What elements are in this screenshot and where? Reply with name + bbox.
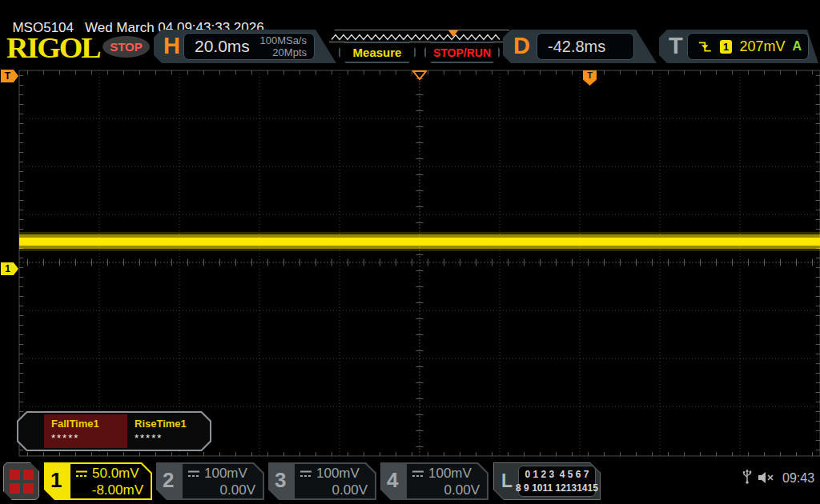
trigger-settings[interactable]: T 1 207mV A xyxy=(659,30,818,63)
dc-coupling-icon xyxy=(187,470,200,478)
delay-value: -42.8ms xyxy=(548,38,605,56)
trigger-source-badge: 1 xyxy=(720,40,733,54)
channel-scale: 100mV xyxy=(316,466,360,482)
channel-scale: 100mV xyxy=(428,466,472,482)
usb-icon xyxy=(742,469,753,485)
channel-offset: 0.00V xyxy=(187,482,258,498)
measure-button[interactable]: Measure xyxy=(339,42,416,63)
channel-1-status[interactable]: 50.0mV -8.00mV 1 xyxy=(44,462,152,500)
measurement-value: ***** xyxy=(51,432,127,444)
grid-square-icon xyxy=(10,470,20,480)
stop-run-button-label: STOP/RUN xyxy=(433,46,491,59)
measurement-risetime[interactable]: RiseTime1 ***** xyxy=(127,414,211,448)
sample-rate: 100MSa/s xyxy=(259,34,307,46)
acquisition-info: 100MSa/s 20Mpts xyxy=(259,34,307,58)
channel-offset: 0.00V xyxy=(412,482,482,498)
dc-coupling-icon xyxy=(299,470,312,478)
measurement-name: FallTime1 xyxy=(51,418,127,430)
grid-square-icon xyxy=(23,483,34,494)
delay-settings[interactable]: D -42.8ms xyxy=(503,30,657,63)
logic-channels-status[interactable]: L 0 1 2 3 4 5 6 7 8 9 1011 12131415 xyxy=(493,462,601,500)
logic-row-0-7: 0 1 2 3 4 5 6 7 xyxy=(525,468,589,482)
channel1-offset-marker-label: 1 xyxy=(5,263,10,274)
run-state-indicator[interactable]: STOP xyxy=(102,36,150,58)
speaker-muted-icon xyxy=(758,471,777,484)
channel-offset: 0.00V xyxy=(299,482,370,498)
delay-label: D xyxy=(513,33,530,59)
horizontal-label: H xyxy=(163,33,180,59)
memory-depth: 20Mpts xyxy=(259,46,307,58)
measurement-value: ***** xyxy=(135,432,211,444)
trigger-box[interactable]: 1 207mV A xyxy=(687,33,809,60)
channel-number: 3 xyxy=(275,468,286,493)
channel-scale: 100mV xyxy=(204,466,247,482)
channel-number: 4 xyxy=(387,468,398,493)
trigger-sweep-mode: A xyxy=(792,39,802,54)
run-state-label: STOP xyxy=(110,40,143,54)
measure-button-label: Measure xyxy=(353,46,402,59)
timebase-value: 20.0ms xyxy=(195,37,250,56)
channel-number: 2 xyxy=(163,468,174,493)
grid-square-icon xyxy=(23,470,34,480)
clock: 09:43 xyxy=(782,471,814,486)
graticule xyxy=(18,70,820,457)
trigger-label: T xyxy=(669,33,683,59)
rigol-logo: RIGOL xyxy=(6,32,100,64)
trigger-position-marker-label: T xyxy=(587,70,593,80)
delay-box[interactable]: -42.8ms xyxy=(537,33,634,60)
logic-channel-list: 0 1 2 3 4 5 6 7 8 9 1011 12131415 xyxy=(518,466,596,497)
grid-square-icon xyxy=(10,483,20,494)
channel-scale: 50.0mV xyxy=(92,466,139,482)
trigger-level-marker-label: T xyxy=(5,70,10,82)
preview-zigzag-icon xyxy=(330,32,507,42)
channel-number: 1 xyxy=(50,468,62,493)
trigger-level-value: 207mV xyxy=(739,38,785,55)
channel-offset: -8.00mV xyxy=(75,482,146,498)
stop-run-button[interactable]: STOP/RUN xyxy=(424,42,500,63)
logic-row-8-15: 8 9 1011 12131415 xyxy=(516,482,598,495)
measurement-falltime[interactable]: FallTime1 ***** xyxy=(44,414,127,448)
measurement-panel: FallTime1 ***** RiseTime1 ***** xyxy=(17,411,211,451)
trigger-level-marker[interactable]: T xyxy=(1,70,18,82)
waveform-preview-bar[interactable] xyxy=(329,30,509,42)
logic-label: L xyxy=(501,470,512,492)
falling-edge-icon xyxy=(697,40,713,54)
channel-3-status[interactable]: 100mV 0.00V 3 xyxy=(268,462,376,500)
channel1-trace xyxy=(19,232,820,251)
dc-coupling-icon xyxy=(75,470,88,478)
menu-grid-button[interactable] xyxy=(3,462,39,500)
timebase-box[interactable]: 20.0ms 100MSa/s 20Mpts xyxy=(183,33,315,60)
preview-trigger-marker-icon[interactable] xyxy=(448,30,458,37)
measurement-name: RiseTime1 xyxy=(135,418,211,430)
dc-coupling-icon xyxy=(412,470,424,478)
channel-2-status[interactable]: 100mV 0.00V 2 xyxy=(156,462,264,500)
channel1-offset-marker[interactable]: 1 xyxy=(1,262,18,275)
channel-4-status[interactable]: 100mV 0.00V 4 xyxy=(380,462,488,500)
screen-center-marker-icon xyxy=(412,70,427,80)
horizontal-settings[interactable]: H 20.0ms 100MSa/s 20Mpts xyxy=(154,30,336,63)
